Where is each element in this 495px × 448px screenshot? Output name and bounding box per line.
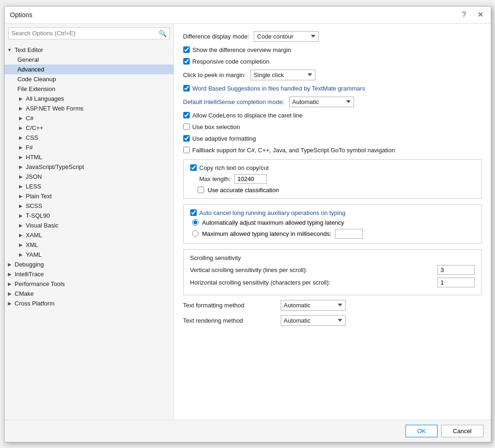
sidebar-item-performance-tools[interactable]: ▶ Performance Tools (5, 279, 174, 289)
arrow-icon: ▶ (18, 106, 24, 111)
auto-cancel-row: Auto cancel long running auxiliary opera… (190, 209, 475, 216)
sidebar-item-less[interactable]: ▶ LESS (5, 182, 174, 191)
show-difference-overview-checkbox[interactable] (183, 46, 190, 53)
cancel-button[interactable]: Cancel (441, 425, 483, 437)
sidebar-item-plain-text[interactable]: ▶ Plain Text (5, 191, 174, 201)
use-box-selection-row: Use box selection (183, 123, 482, 130)
arrow-icon: ▶ (18, 203, 24, 208)
search-box: 🔍 (8, 27, 170, 39)
responsive-code-completion-row: Responsive code completion (183, 58, 482, 65)
title-bar: Options ? ✕ (5, 6, 491, 24)
sidebar-item-label: Text Editor (15, 46, 43, 53)
use-box-selection-label: Use box selection (193, 123, 240, 130)
sidebar-item-csharp[interactable]: ▶ C# (5, 113, 174, 123)
sidebar-item-label: HTML (26, 154, 42, 161)
max-latency-label: Maximum allowed typing latency in millis… (202, 230, 332, 237)
sidebar-item-label: File Extension (18, 85, 56, 92)
help-button[interactable]: ? (460, 10, 468, 19)
options-dialog: Options ? ✕ 🔍 ▼ Text Editor General (4, 6, 491, 442)
sidebar: 🔍 ▼ Text Editor General Advanced Code Cl… (5, 24, 174, 420)
allow-codelens-label: Allow CodeLens to displace the caret lin… (193, 112, 303, 119)
arrow-icon: ▶ (6, 262, 13, 267)
fallback-support-checkbox[interactable] (183, 147, 190, 153)
copy-rich-text-checkbox[interactable] (190, 164, 197, 171)
close-button[interactable]: ✕ (476, 10, 485, 19)
max-latency-radio[interactable] (192, 230, 199, 237)
sidebar-item-text-editor[interactable]: ▼ Text Editor (5, 45, 174, 55)
sidebar-item-label: F# (26, 144, 33, 151)
difference-display-mode-dropdown[interactable]: Code contour None Block (254, 31, 319, 42)
sidebar-item-debugging[interactable]: ▶ Debugging (5, 260, 174, 269)
sidebar-item-label: Performance Tools (15, 280, 65, 287)
max-latency-input[interactable] (335, 229, 363, 239)
sidebar-item-html[interactable]: ▶ HTML (5, 152, 174, 162)
text-rendering-dropdown[interactable]: Automatic GDI DirectWrite (281, 315, 346, 326)
auto-cancel-label: Auto cancel long running auxiliary opera… (199, 209, 346, 216)
sidebar-item-css[interactable]: ▶ CSS (5, 133, 174, 143)
sidebar-item-vb[interactable]: ▶ Visual Basic (5, 221, 174, 230)
sidebar-item-advanced[interactable]: Advanced (5, 65, 174, 74)
sidebar-item-label: Cross Platform (15, 300, 55, 307)
use-adaptive-formatting-row: Use adaptive formatting (183, 135, 482, 142)
use-accurate-classification-label: Use accurate classification (208, 187, 279, 194)
auto-adjust-label: Automatically adjust maximum allowed typ… (202, 219, 344, 226)
sidebar-item-label: CSS (26, 134, 39, 141)
horizontal-scrolling-input[interactable] (437, 278, 475, 287)
sidebar-item-file-extension[interactable]: File Extension (5, 84, 174, 94)
allow-codelens-checkbox[interactable] (183, 112, 190, 118)
ok-button[interactable]: OK (405, 425, 437, 437)
intellisense-mode-dropdown[interactable]: Automatic Manual (289, 97, 354, 107)
sidebar-item-label: Code Cleanup (18, 76, 56, 83)
arrow-icon: ▶ (18, 164, 24, 169)
scrolling-sensitivity-section: Scrolling sensitivity Vertical scrolling… (183, 249, 482, 295)
text-rendering-row: Text rendering method Automatic GDI Dire… (183, 315, 482, 326)
search-input[interactable] (12, 30, 159, 37)
use-box-selection-checkbox[interactable] (183, 123, 190, 130)
auto-cancel-checkbox[interactable] (190, 209, 197, 216)
click-to-peek-dropdown[interactable]: Single click Double click (251, 70, 315, 80)
arrow-icon: ▶ (18, 242, 24, 247)
sidebar-item-label: LESS (26, 183, 41, 190)
responsive-code-completion-label: Responsive code completion (193, 58, 270, 65)
sidebar-item-cross-platform[interactable]: ▶ Cross Platform (5, 299, 174, 308)
arrow-icon: ▼ (6, 47, 13, 52)
sidebar-item-cpp[interactable]: ▶ C/C++ (5, 123, 174, 133)
sidebar-item-fsharp[interactable]: ▶ F# (5, 143, 174, 152)
difference-display-mode-row: Difference display mode: Code contour No… (183, 31, 482, 42)
intellisense-mode-label: Default IntelliSense completion mode: (183, 98, 284, 105)
allow-codelens-row: Allow CodeLens to displace the caret lin… (183, 112, 482, 119)
sidebar-item-label: XML (26, 241, 39, 248)
word-based-suggestions-checkbox[interactable] (183, 85, 190, 91)
sidebar-item-general[interactable]: General (5, 55, 174, 65)
text-formatting-dropdown[interactable]: Automatic GDI DirectWrite (281, 300, 346, 311)
auto-adjust-radio-row: Automatically adjust maximum allowed typ… (190, 219, 475, 226)
sidebar-item-label: Plain Text (26, 193, 52, 200)
sidebar-item-all-languages[interactable]: ▶ All Languages (5, 94, 174, 104)
copy-rich-text-section: Copy rich text on copy/cut Max length: U… (183, 159, 482, 199)
sidebar-item-json[interactable]: ▶ JSON (5, 172, 174, 182)
vertical-scrolling-input[interactable] (437, 265, 475, 275)
copy-rich-text-label: Copy rich text on copy/cut (199, 164, 269, 171)
responsive-code-completion-checkbox[interactable] (183, 58, 190, 65)
sidebar-item-cmake[interactable]: ▶ CMake (5, 289, 174, 299)
sidebar-item-yaml[interactable]: ▶ YAML (5, 250, 174, 260)
sidebar-item-aspnet[interactable]: ▶ ASP.NET Web Forms (5, 104, 174, 113)
auto-adjust-radio[interactable] (192, 219, 199, 226)
sidebar-item-js-ts[interactable]: ▶ JavaScript/TypeScript (5, 162, 174, 172)
sidebar-item-label: ASP.NET Web Forms (26, 105, 84, 112)
max-length-input[interactable] (234, 174, 267, 184)
auto-cancel-section: Auto cancel long running auxiliary opera… (183, 204, 482, 244)
arrow-icon: ▶ (18, 223, 24, 228)
footer: OK Cancel (5, 420, 491, 442)
sidebar-item-code-cleanup[interactable]: Code Cleanup (5, 74, 174, 84)
sidebar-item-label: JSON (26, 173, 42, 180)
sidebar-item-xml[interactable]: ▶ XML (5, 240, 174, 250)
use-adaptive-formatting-checkbox[interactable] (183, 135, 190, 142)
sidebar-item-intellitrace[interactable]: ▶ IntelliTrace (5, 269, 174, 279)
use-accurate-classification-checkbox[interactable] (198, 187, 204, 193)
sidebar-item-tsql[interactable]: ▶ T-SQL90 (5, 211, 174, 221)
content: 🔍 ▼ Text Editor General Advanced Code Cl… (5, 24, 491, 420)
sidebar-item-xaml[interactable]: ▶ XAML (5, 230, 174, 240)
sidebar-item-scss[interactable]: ▶ SCSS (5, 201, 174, 211)
sidebar-item-label: General (18, 56, 39, 63)
